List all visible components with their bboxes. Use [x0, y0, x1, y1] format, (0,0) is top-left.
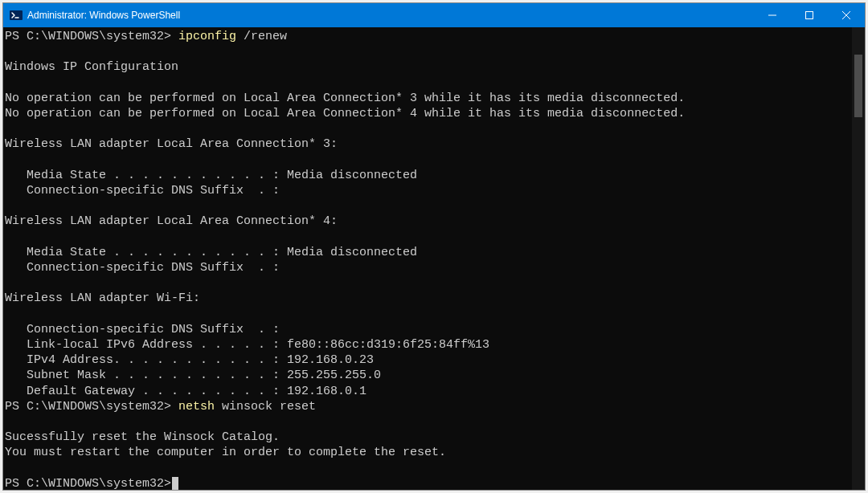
window-title: Administrator: Windows PowerShell [27, 10, 754, 21]
output-line: Wireless LAN adapter Local Area Connecti… [5, 214, 850, 229]
scrollbar-thumb[interactable] [854, 55, 862, 117]
cursor [172, 477, 178, 490]
terminal[interactable]: PS C:\WINDOWS\system32> ipconfig /renew … [3, 27, 852, 490]
output-line: No operation can be performed on Local A… [5, 91, 850, 106]
close-button[interactable] [828, 3, 865, 27]
output-line: IPv4 Address. . . . . . . . . . . : 192.… [5, 352, 850, 368]
maximize-button[interactable] [791, 3, 828, 27]
output-line: Connection-specific DNS Suffix . : [5, 183, 850, 198]
output-line: You must restart the computer in order t… [5, 445, 850, 460]
command-arg: /renew [244, 30, 287, 43]
output-line: Windows IP Configuration [5, 59, 850, 75]
output-line: Sucessfully reset the Winsock Catalog. [5, 430, 850, 445]
prompt: PS C:\WINDOWS\system32> [5, 400, 178, 414]
terminal-client-area: PS C:\WINDOWS\system32> ipconfig /renew … [3, 27, 865, 490]
command-arg: winsock reset [222, 400, 316, 414]
output-line: Wireless LAN adapter Local Area Connecti… [5, 136, 850, 152]
output-line: Media State . . . . . . . . . . . : Medi… [5, 245, 850, 260]
output-line: Default Gateway . . . . . . . . . : 192.… [5, 384, 850, 399]
command-token: ipconfig [178, 30, 244, 43]
svg-rect-3 [806, 12, 813, 19]
output-line: Connection-specific DNS Suffix . : [5, 322, 850, 337]
svg-rect-0 [10, 10, 23, 20]
prompt: PS C:\WINDOWS\system32> [5, 30, 178, 43]
minimize-button[interactable] [754, 3, 791, 27]
output-line: Connection-specific DNS Suffix . : [5, 260, 850, 275]
scrollbar[interactable] [852, 27, 865, 490]
powershell-icon [10, 9, 23, 22]
output-line: Link-local IPv6 Address . . . . . : fe80… [5, 337, 850, 352]
output-line: Subnet Mask . . . . . . . . . . . : 255.… [5, 368, 850, 383]
output-line: No operation can be performed on Local A… [5, 106, 850, 121]
prompt: PS C:\WINDOWS\system32> [5, 477, 171, 490]
titlebar[interactable]: Administrator: Windows PowerShell [3, 3, 865, 27]
command-token: netsh [178, 400, 222, 414]
powershell-window: Administrator: Windows PowerShell PS C:\… [2, 2, 866, 491]
output-line: Media State . . . . . . . . . . . : Medi… [5, 168, 850, 183]
window-controls [754, 3, 865, 27]
output-line: Wireless LAN adapter Wi-Fi: [5, 291, 850, 306]
